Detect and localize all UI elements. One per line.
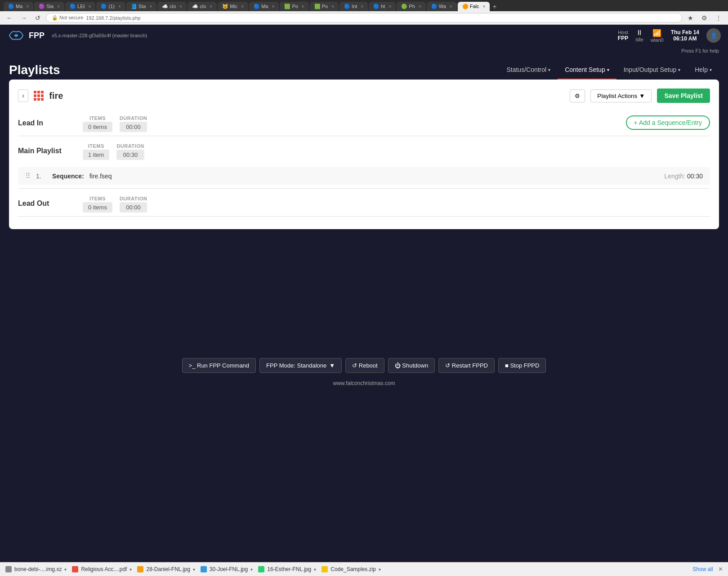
playlist-card: ‹ fire ⚙ Playlist Actions ▼ Save Playlis… (9, 80, 719, 229)
tab-2[interactable]: 🟣 Sla × (34, 2, 64, 11)
download-4[interactable]: 30-Joel-FNL.jpg ▾ (201, 566, 253, 572)
lead-out-header: Lead Out ITEMS 0 items DURATION 00:00 (18, 192, 710, 216)
lead-in-duration-col: DURATION 00:00 (120, 115, 147, 132)
reboot-btn[interactable]: ↺ Reboot (345, 358, 384, 373)
lead-in-duration-value: 00:00 (120, 122, 147, 132)
lead-in-title: Lead In (18, 119, 72, 127)
lead-in-items-value: 0 items (83, 122, 112, 132)
main-items-value: 1 item (83, 150, 109, 160)
footer-actions: >_ Run FPP Command FPP Mode: Standalone … (182, 358, 546, 373)
tab-5[interactable]: 📘 Sta × (126, 2, 156, 11)
download-1-icon (5, 566, 12, 572)
lead-out-items-col: ITEMS 0 items (83, 196, 112, 213)
main-playlist-header: Main Playlist ITEMS 1 item DURATION 00:3… (18, 140, 710, 164)
new-tab-btn[interactable]: + (492, 3, 496, 11)
fpp-logo-icon (7, 28, 25, 43)
forward-btn[interactable]: → (18, 13, 30, 22)
address-bar[interactable]: 🔒 Not secure 192.168.7.2/playlists.php (46, 13, 682, 22)
main-content: ‹ fire ⚙ Playlist Actions ▼ Save Playlis… (0, 80, 728, 349)
tab-ma[interactable]: 🔵 Ma × (249, 2, 279, 11)
playlist-actions-btn[interactable]: Playlist Actions ▼ (590, 89, 652, 102)
tab-6[interactable]: ☁️ clo × (157, 2, 187, 11)
close-downloads-btn[interactable]: × (719, 565, 723, 573)
download-3[interactable]: 28-Daniel-FNL.jpg ▾ (137, 566, 195, 572)
browser-tab-bar: 🔵 Ma × 🟣 Sla × 🔵 LEt × 🔵 (1) × 📘 Sta × ☁… (0, 0, 728, 11)
show-all-downloads-btn[interactable]: Show all (692, 566, 713, 572)
download-6-name: Code_Samples.zip (331, 566, 376, 572)
download-1-name: bone-debi-....img.xz (14, 566, 62, 572)
tab-3[interactable]: 🔵 LEt × (65, 2, 95, 11)
app-logo: FPP (7, 28, 45, 43)
tab-wa[interactable]: 🔵 Wa × (427, 2, 457, 11)
tab-po2[interactable]: 🟩 Po × (310, 2, 339, 11)
save-playlist-btn[interactable]: Save Playlist (657, 89, 710, 103)
wifi-info: 📶 wlan0 (651, 29, 664, 43)
seq-type: Sequence: (52, 173, 84, 180)
lead-in-meta: ITEMS 0 items DURATION 00:00 (83, 115, 147, 132)
run-fpp-command-btn[interactable]: >_ Run FPP Command (182, 358, 256, 373)
download-3-chevron[interactable]: ▾ (193, 567, 195, 572)
main-playlist-section: Main Playlist ITEMS 1 item DURATION 00:3… (18, 140, 710, 189)
nav-io-setup[interactable]: Input/Output Setup ▾ (616, 61, 688, 80)
lead-out-title: Lead Out (18, 199, 72, 208)
status-info: ⏸ Idle (635, 29, 643, 42)
extensions-btn[interactable]: ⚙ (699, 13, 710, 22)
footer-website: www.falconchristmas.com (333, 380, 395, 386)
main-playlist-divider (18, 188, 710, 189)
download-3-icon (137, 566, 143, 572)
drag-handle-icon[interactable]: ⠿ (25, 172, 31, 180)
nav-status-control[interactable]: Status/Control ▾ (499, 61, 558, 80)
lead-out-divider (18, 216, 710, 217)
tab-falc[interactable]: 🟠 Falc × (458, 2, 490, 11)
lead-out-items-value: 0 items (83, 202, 112, 213)
shutdown-btn[interactable]: ⏻ Shutdown (388, 358, 435, 373)
playlist-name: fire (49, 91, 564, 101)
user-avatar[interactable]: 👤 (706, 28, 721, 43)
back-to-playlists-btn[interactable]: ‹ (18, 89, 28, 102)
download-2[interactable]: Religious Acc....pdf ▾ (72, 566, 132, 572)
help-arrow: ▾ (710, 67, 712, 72)
download-2-chevron[interactable]: ▾ (130, 567, 132, 572)
lead-out-duration-value: 00:00 (120, 202, 147, 213)
fpp-mode-btn[interactable]: FPP Mode: Standalone ▼ (259, 358, 342, 373)
grid-icon-btn[interactable] (34, 91, 44, 101)
nav-content-setup[interactable]: Content Setup ▾ (558, 61, 616, 80)
app-bar-right: Host FPP ⏸ Idle 📶 wlan0 Thu Feb 14 06:10… (618, 28, 721, 43)
bookmark-btn[interactable]: ★ (685, 13, 696, 22)
download-4-chevron[interactable]: ▾ (250, 567, 253, 572)
download-5[interactable]: 16-Esther-FNL.jpg ▾ (258, 566, 316, 572)
help-text: Press F1 for help (0, 46, 728, 55)
menu-btn[interactable]: ⋮ (713, 13, 724, 22)
download-6-icon (322, 566, 328, 572)
download-1-chevron[interactable]: ▾ (64, 567, 67, 572)
download-5-name: 16-Esther-FNL.jpg (267, 566, 311, 572)
tab-ph[interactable]: 🟢 Ph × (397, 2, 425, 11)
download-6-chevron[interactable]: ▾ (379, 567, 381, 572)
tab-1[interactable]: 🔵 Ma × (4, 2, 33, 11)
download-3-name: 28-Daniel-FNL.jpg (146, 566, 190, 572)
download-6[interactable]: Code_Samples.zip ▾ (322, 566, 381, 572)
restart-fppd-btn[interactable]: ↺ Restart FPPD (438, 358, 495, 373)
download-1[interactable]: bone-debi-....img.xz ▾ (5, 566, 67, 572)
add-sequence-entry-btn[interactable]: + Add a Sequence/Entry (626, 115, 710, 130)
stop-fppd-btn[interactable]: ■ Stop FPPD (498, 358, 546, 373)
download-4-icon (201, 566, 207, 572)
playlist-settings-btn[interactable]: ⚙ (570, 89, 585, 102)
seq-name: fire.fseq (89, 173, 659, 180)
tab-po1[interactable]: 🟩 Po × (280, 2, 308, 11)
lead-in-header: Lead In ITEMS 0 items DURATION 00:00 + A… (18, 112, 710, 136)
gear-icon: ⚙ (575, 93, 580, 99)
page-title-section: Playlists Status/Control ▾ Content Setup… (0, 55, 728, 80)
download-5-chevron[interactable]: ▾ (314, 567, 316, 572)
tab-ht[interactable]: 🔵 ht × (369, 2, 396, 11)
tab-4[interactable]: 🔵 (1) × (96, 2, 125, 11)
tab-7[interactable]: ☁️ clo × (188, 2, 217, 11)
reload-btn[interactable]: ↺ (32, 13, 43, 22)
seq-number: 1. (36, 173, 47, 180)
tab-int[interactable]: 🔵 Int × (339, 2, 368, 11)
sequence-row: ⠿ 1. Sequence: fire.fseq Length: 00:30 (18, 167, 710, 185)
tab-mic[interactable]: 🐱 Mic × (218, 2, 248, 11)
fpp-mode-arrow: ▼ (329, 362, 335, 369)
back-btn[interactable]: ← (4, 13, 15, 22)
nav-help[interactable]: Help ▾ (688, 61, 719, 80)
